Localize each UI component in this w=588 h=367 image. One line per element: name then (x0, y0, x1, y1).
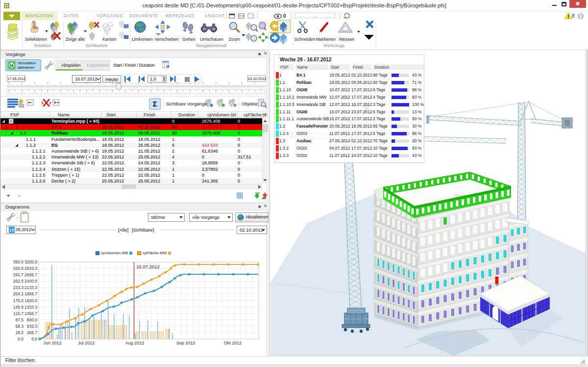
svg-text:Sep 2012: Sep 2012 (176, 341, 196, 345)
svg-text:2933.3: 2933.3 (24, 266, 37, 271)
svg-text:Jun 2012: Jun 2012 (43, 341, 61, 345)
svg-text:3200.0: 3200.0 (24, 260, 37, 264)
svg-text:233.3: 233.3 (13, 285, 24, 290)
svg-text:533.3: 533.3 (27, 324, 38, 329)
svg-text:2400.0: 2400.0 (24, 279, 37, 284)
svg-text:0.0: 0.0 (18, 337, 24, 341)
svg-text:16.07.2012: 16.07.2012 (136, 264, 160, 269)
svg-text:320.8: 320.8 (13, 266, 24, 271)
svg-text:2133.3: 2133.3 (24, 285, 37, 290)
svg-text:1600.0: 1600.0 (24, 298, 37, 303)
svg-text:800.0: 800.0 (27, 317, 38, 322)
svg-text:Aug 2012: Aug 2012 (125, 341, 145, 345)
svg-text:266.7: 266.7 (27, 330, 38, 335)
svg-text:87.5: 87.5 (15, 317, 24, 322)
svg-text:0.0: 0.0 (31, 337, 37, 341)
svg-text:29.2: 29.2 (15, 330, 24, 335)
svg-text:58.3: 58.3 (15, 324, 24, 329)
svg-text:175.0: 175.0 (13, 298, 24, 303)
svg-text:1333.3: 1333.3 (24, 305, 37, 310)
svg-text:Jul 2012: Jul 2012 (78, 341, 95, 345)
svg-text:2666.7: 2666.7 (24, 272, 37, 277)
svg-text:116.7: 116.7 (13, 311, 24, 316)
svg-text:350.0: 350.0 (13, 260, 24, 264)
svg-text:145.8: 145.8 (13, 305, 24, 310)
svg-text:1866.7: 1866.7 (24, 291, 37, 296)
svg-text:1066.7: 1066.7 (24, 311, 37, 316)
svg-text:204.2: 204.2 (13, 291, 24, 296)
svg-text:262.5: 262.5 (13, 279, 24, 284)
svg-text:Okt 2012: Okt 2012 (224, 341, 242, 345)
svg-text:291.7: 291.7 (13, 272, 24, 277)
